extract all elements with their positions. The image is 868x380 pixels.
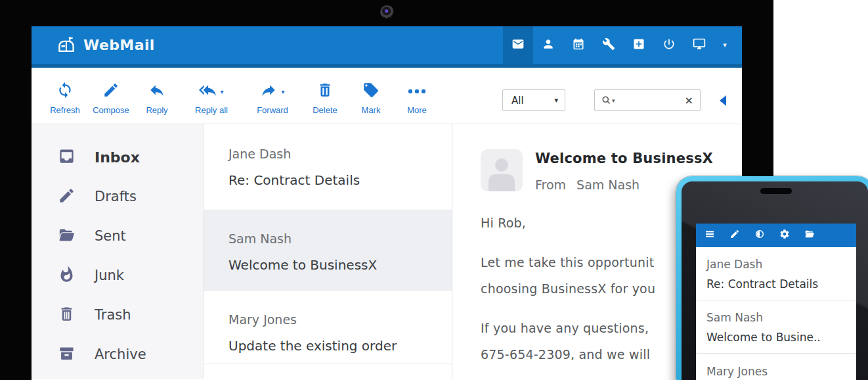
caret-down-icon[interactable]: ▾: [220, 88, 223, 95]
tag-icon: [362, 82, 380, 101]
folder-open-icon: [58, 226, 76, 247]
mark-button[interactable]: Mark: [348, 82, 394, 115]
mobile-message-subject: Welcome to Busine..: [706, 331, 850, 344]
sidebar-item-label: Junk: [95, 268, 124, 283]
mobile-message-row[interactable]: Sam Nash Welcome to Busine..: [696, 300, 856, 354]
add-nav-button[interactable]: [624, 26, 654, 64]
forward-icon: [260, 82, 277, 101]
message-subject: Update the existing order: [228, 338, 441, 354]
search-icon[interactable]: ▾: [601, 95, 615, 105]
app-header: WebMail: [32, 26, 742, 68]
sidebar-item-label: Drafts: [95, 189, 137, 204]
message-row[interactable]: Mary Jones Update the existing order: [204, 291, 452, 364]
mobile-toolbar: [696, 224, 856, 247]
sidebar-item-inbox[interactable]: Inbox: [32, 137, 203, 177]
display-icon: [693, 37, 706, 53]
power-icon: [662, 37, 676, 53]
mail-main: Inbox Drafts Sent: [32, 124, 742, 379]
delete-button[interactable]: Delete: [302, 82, 348, 115]
reply-all-button[interactable]: ▾ Reply all: [180, 82, 243, 115]
button-label: Refresh: [50, 105, 80, 115]
from-label: From: [535, 178, 566, 192]
eye-icon[interactable]: [754, 229, 765, 242]
page: { "app": { "title": "WebMail" }, "header…: [0, 0, 868, 380]
sidebar-item-archive[interactable]: Archive: [32, 335, 203, 374]
button-label: Mark: [362, 105, 381, 115]
search-input[interactable]: [618, 95, 685, 107]
mail-nav-button[interactable]: [503, 26, 533, 64]
forward-button[interactable]: ▾ Forward: [243, 82, 302, 115]
folder-sidebar: Inbox Drafts Sent: [32, 124, 204, 379]
clear-search-icon[interactable]: ×: [685, 94, 693, 107]
inbox-icon: [58, 147, 76, 168]
message-subject: Welcome to BusinessX: [228, 257, 441, 273]
caret-down-icon: ▾: [612, 97, 615, 104]
message-row[interactable]: Jane Dash Re: Contract Details: [204, 124, 452, 210]
mail-icon: [511, 37, 525, 53]
message-row-selected[interactable]: Sam Nash Welcome to BusinessX: [204, 210, 452, 291]
gear-icon[interactable]: [779, 229, 790, 242]
refresh-button[interactable]: Refresh: [42, 82, 88, 115]
search-box[interactable]: ▾ ×: [594, 89, 701, 111]
message-sender: Jane Dash: [228, 147, 441, 161]
button-label: Reply all: [195, 105, 228, 115]
pencil-icon: [102, 82, 119, 101]
menu-icon[interactable]: [705, 229, 715, 242]
mobile-message-row[interactable]: Jane Dash Re: Contract Details: [696, 247, 856, 300]
trash-icon: [58, 305, 76, 325]
reply-icon: [148, 82, 165, 101]
message-sender: Sam Nash: [228, 231, 441, 246]
pencil-icon: [58, 187, 76, 207]
phone-bezel: Jane Dash Re: Contract Details Sam Nash …: [682, 181, 868, 380]
archive-icon: [58, 344, 76, 365]
pencil-icon[interactable]: [729, 229, 740, 242]
trash-icon: [316, 82, 334, 101]
button-label: More: [407, 105, 427, 115]
webcam: [380, 5, 394, 19]
logout-nav-button[interactable]: [654, 26, 684, 64]
add-icon: [632, 37, 645, 53]
contacts-nav-button[interactable]: [533, 26, 563, 64]
caret-down-icon[interactable]: ▾: [281, 88, 284, 95]
display-nav-button[interactable]: [684, 26, 714, 64]
caret-down-icon: ▾: [554, 96, 558, 105]
phone-earpiece: [760, 188, 792, 194]
sidebar-item-label: Trash: [95, 307, 131, 323]
app-logo: WebMail: [32, 36, 155, 55]
message-subject: Re: Contract Details: [228, 172, 441, 188]
ellipsis-icon: [408, 89, 425, 93]
refresh-icon: [56, 82, 74, 101]
monitor-bezel: WebMail: [0, 0, 773, 380]
folder-open-icon[interactable]: [804, 229, 815, 242]
flame-icon: [58, 266, 76, 286]
calendar-nav-button[interactable]: [563, 26, 594, 64]
button-label: Delete: [313, 105, 337, 115]
app-title: WebMail: [83, 37, 155, 53]
email-sender: Sam Nash: [576, 178, 640, 192]
compose-button[interactable]: Compose: [88, 82, 134, 115]
mail-toolbar: Refresh Compose Reply ▾: [32, 68, 742, 124]
button-label: Reply: [146, 105, 167, 115]
sidebar-item-junk[interactable]: Junk: [32, 256, 203, 295]
more-button[interactable]: More: [394, 82, 440, 115]
message-sender: Mary Jones: [228, 312, 441, 327]
mobile-message-row[interactable]: Mary Jones: [696, 354, 856, 378]
button-label: Forward: [257, 105, 288, 115]
mobile-message-sender: Sam Nash: [706, 311, 850, 324]
reply-all-icon: [199, 82, 216, 101]
avatar: [481, 149, 523, 191]
sidebar-item-label: Sent: [95, 228, 126, 244]
sidebar-item-sent[interactable]: Sent: [32, 216, 203, 256]
reply-button[interactable]: Reply: [134, 82, 180, 115]
calendar-icon: [572, 37, 585, 53]
sidebar-item-drafts[interactable]: Drafts: [32, 177, 203, 216]
settings-nav-button[interactable]: [594, 26, 624, 64]
user-icon: [542, 37, 555, 53]
phone-screen: Jane Dash Re: Contract Details Sam Nash …: [696, 224, 856, 380]
sidebar-item-trash[interactable]: Trash: [32, 295, 203, 335]
mobile-message-sender: Jane Dash: [706, 258, 850, 271]
header-caret-down-icon[interactable]: ▾: [714, 26, 735, 64]
filter-dropdown[interactable]: All ▾: [502, 89, 565, 111]
mailbox-logo-icon: [56, 36, 76, 55]
collapse-pane-icon[interactable]: [720, 95, 726, 106]
